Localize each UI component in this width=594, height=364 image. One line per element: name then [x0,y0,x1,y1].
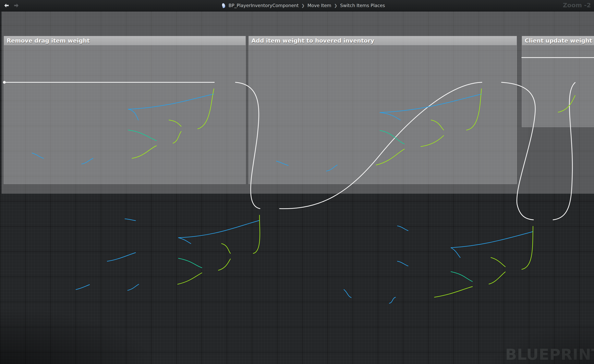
data-wire [431,120,444,130]
breadcrumb-item-function[interactable]: Move Item [307,3,331,8]
toolbar: BP_PlayerInventoryComponent ❯ Move Item … [0,0,594,11]
back-button[interactable] [3,2,10,9]
exec-wire [501,82,535,220]
data-wire [76,285,89,290]
chevron-right-icon: ❯ [301,3,305,8]
data-wire [451,232,533,248]
data-wire [376,149,404,165]
data-wire [451,272,472,281]
data-wire [451,248,460,258]
data-wire [489,272,505,284]
breadcrumb-item-component[interactable]: BP_PlayerInventoryComponent [229,3,299,8]
data-wire [434,287,472,297]
data-wire [222,244,230,254]
data-wire [380,94,481,113]
data-wire [421,136,444,147]
touch-cursor-icon [221,3,226,8]
wire-layer [0,0,594,364]
data-wire [380,113,400,120]
data-wire [82,158,93,164]
data-wire [178,238,191,244]
data-wire [277,161,288,165]
data-wire [132,146,156,158]
data-wire [558,96,575,112]
data-wire [218,259,230,270]
data-wire [178,258,202,268]
exec-wire [553,83,575,220]
forward-button[interactable] [13,2,20,9]
data-wire [389,297,395,303]
data-wire [398,226,408,231]
blueprint-graph-canvas[interactable]: Remove drag item weightAdd item weight t… [0,0,594,364]
chevron-right-icon: ❯ [334,3,338,8]
data-wire [107,253,135,261]
breadcrumb-item-graph[interactable]: Switch Items Places [340,3,385,8]
data-wire [491,258,505,267]
data-wire [344,290,351,298]
data-wire [380,130,404,144]
data-wire [398,261,408,266]
data-wire [326,165,337,171]
data-wire [32,153,43,158]
data-wire [128,94,214,109]
data-wire [522,226,533,269]
zoom-level-label: Zoom -2 [563,2,591,9]
data-wire [128,130,156,141]
breadcrumb: BP_PlayerInventoryComponent ❯ Move Item … [222,0,385,11]
data-wire [178,273,202,284]
data-wire [466,89,481,130]
data-wire [128,109,138,120]
exec-wire [280,82,482,209]
data-wire [169,120,181,126]
data-wire [125,219,135,221]
exec-wire [236,82,260,209]
data-wire [128,284,139,290]
reroute-dot[interactable] [3,81,6,84]
data-wire [178,221,260,238]
data-wire [173,131,181,143]
